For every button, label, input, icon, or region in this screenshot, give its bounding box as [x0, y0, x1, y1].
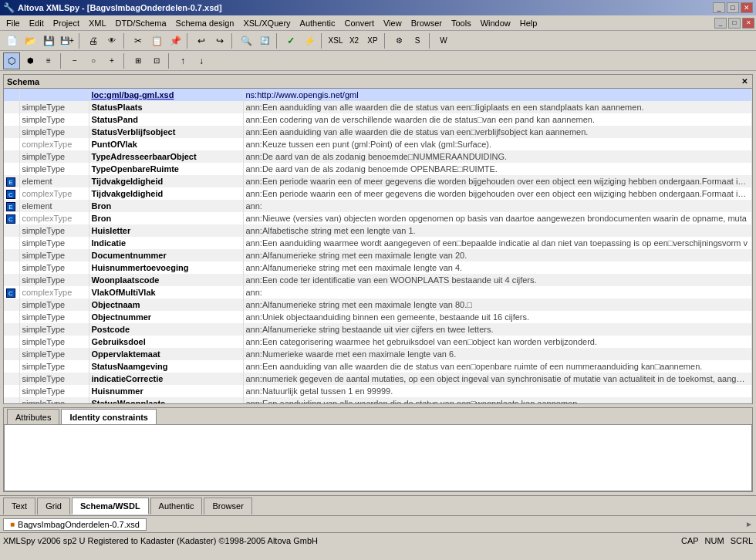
- tab-grid[interactable]: Grid: [37, 498, 70, 514]
- menu-dtd-schema[interactable]: DTD/Schema: [111, 17, 171, 29]
- table-row[interactable]: EelementTijdvakgeldigheidann:Een periode…: [4, 175, 752, 187]
- tab-identity-constraints[interactable]: Identity constraints: [61, 409, 156, 424]
- table-row[interactable]: simpleTypeObjectnummerann:Uniek objectaa…: [4, 311, 752, 323]
- table-row[interactable]: simpleTypeStatusPandann:Een codering van…: [4, 113, 752, 126]
- replace-button[interactable]: 🔄: [256, 32, 273, 49]
- undo-button[interactable]: ↩: [193, 32, 210, 49]
- row-name: Objectnummer: [89, 311, 243, 323]
- row-icon: [4, 138, 19, 150]
- menu-xsl-xquery[interactable]: XSL/XQuery: [238, 17, 295, 29]
- menu-window[interactable]: Window: [476, 17, 515, 29]
- table-row[interactable]: simpleTypeIndicatieann:Een aanduiding wa…: [4, 237, 752, 249]
- menu-file[interactable]: File: [2, 17, 25, 29]
- table-row[interactable]: complexTypePuntOfVlakann:Keuze tussen ee…: [4, 138, 752, 150]
- tab-browser[interactable]: Browser: [204, 498, 251, 514]
- maximize-button[interactable]: □: [727, 2, 739, 13]
- paste-button[interactable]: 📌: [167, 32, 184, 49]
- table-row[interactable]: EelementBronann:: [4, 200, 752, 212]
- attribute-view-button[interactable]: ≡: [40, 52, 57, 69]
- new-button[interactable]: 📄: [3, 32, 20, 49]
- validate-button[interactable]: ✓: [282, 32, 299, 49]
- table-row[interactable]: simpleTypeTypeOpenbareRuimteann:De aard …: [4, 163, 752, 175]
- tab-attributes[interactable]: Attributes: [7, 409, 59, 424]
- menu-edit[interactable]: Edit: [25, 17, 49, 29]
- row-annotation: ann:numeriek gegeven de aantal mutaties,…: [243, 373, 752, 385]
- schema-view-button[interactable]: ⬡: [3, 52, 20, 69]
- row-name: Huisnummer: [89, 385, 243, 397]
- table-row[interactable]: CcomplexTypeBronann:Nieuwe (versies van)…: [4, 212, 752, 224]
- open-button[interactable]: 📂: [22, 32, 39, 49]
- check-wf-button[interactable]: ⚡: [301, 32, 318, 49]
- view-tabs: Text Grid Schema/WSDL Authentic Browser: [0, 495, 756, 515]
- panel-minimize-button[interactable]: _: [714, 18, 727, 29]
- redo-button[interactable]: ↪: [211, 32, 228, 49]
- xslt2-button[interactable]: X2: [346, 32, 363, 49]
- print-button[interactable]: 🖨: [85, 32, 102, 49]
- menu-project[interactable]: Project: [49, 17, 84, 29]
- find-button[interactable]: 🔍: [238, 32, 255, 49]
- table-row[interactable]: simpleTypeStatusPlaatsann:Een aanduiding…: [4, 101, 752, 113]
- table-row[interactable]: simpleTypeHuisnummerann:Natuurlijk getal…: [4, 385, 752, 397]
- table-row[interactable]: simpleTypeDocumentnummerann:Alfanumeriek…: [4, 249, 752, 261]
- table-row[interactable]: simpleTypeStatusNaamgevingann:Een aandui…: [4, 360, 752, 373]
- content-model-button[interactable]: ⬢: [22, 52, 39, 69]
- schema-panel-close[interactable]: ✕: [740, 77, 749, 86]
- table-row[interactable]: simpleTypeWoonplaatscodeann:Een code ter…: [4, 274, 752, 286]
- save-button[interactable]: 💾: [40, 32, 57, 49]
- move-down-button[interactable]: ↓: [193, 52, 210, 69]
- panel-restore-button[interactable]: □: [728, 18, 741, 29]
- menu-xml[interactable]: XML: [84, 17, 111, 29]
- schema-table-container[interactable]: loc:gml/bag-gml.xsdns:http://www.opengis…: [4, 89, 752, 403]
- save-all-button[interactable]: 💾+: [59, 32, 76, 49]
- table-row[interactable]: simpleTypeStatusWoonplaatsann:Een aandui…: [4, 397, 752, 403]
- copy-button[interactable]: 📋: [148, 32, 165, 49]
- table-row[interactable]: simpleTypeObjectnaamann:Alfanumerieke st…: [4, 299, 752, 311]
- xslt-button[interactable]: XSL: [327, 32, 344, 49]
- cut-button[interactable]: ✂: [130, 32, 147, 49]
- table-row[interactable]: CcomplexTypeTijdvakgeldigheidann:Een per…: [4, 187, 752, 200]
- row-name: PuntOfVlak: [89, 138, 243, 150]
- zoom-normal-button[interactable]: ○: [85, 52, 102, 69]
- generate-button[interactable]: ⚙: [390, 32, 407, 49]
- row-icon: C: [4, 286, 19, 299]
- table-row[interactable]: loc:gml/bag-gml.xsdns:http://www.opengis…: [4, 89, 752, 101]
- menu-authentic[interactable]: Authentic: [295, 17, 340, 29]
- move-up-button[interactable]: ↑: [174, 52, 191, 69]
- table-row[interactable]: simpleTypeindicatieCorrectieann:numeriek…: [4, 373, 752, 385]
- wsdl-button[interactable]: W: [435, 32, 452, 49]
- menu-tools[interactable]: Tools: [447, 17, 476, 29]
- row-annotation: ann:Een periode waarin een of meer gegev…: [243, 175, 752, 187]
- tab-authentic[interactable]: Authentic: [150, 498, 203, 514]
- layout-button[interactable]: ⊞: [130, 52, 147, 69]
- row-annotation: ann:Een aanduiding van alle waarden die …: [243, 101, 752, 113]
- table-row[interactable]: simpleTypePostcodeann:Alfanumerieke stri…: [4, 323, 752, 336]
- tab-text[interactable]: Text: [3, 498, 35, 514]
- table-row[interactable]: CcomplexTypeVlakOfMultiVlakann:: [4, 286, 752, 299]
- print-preview-button[interactable]: 👁: [103, 32, 120, 49]
- menu-view[interactable]: View: [379, 17, 407, 29]
- zoom-out-button[interactable]: −: [66, 52, 83, 69]
- table-row[interactable]: simpleTypeTypeAdresseerbaarObjectann:De …: [4, 150, 752, 163]
- menu-convert[interactable]: Convert: [339, 17, 379, 29]
- table-row[interactable]: simpleTypeOppervlaktemaatann:Numerieke w…: [4, 348, 752, 360]
- fit-button[interactable]: ⊡: [148, 52, 165, 69]
- table-row[interactable]: simpleTypeGebruiksdoelann:Een categorise…: [4, 336, 752, 348]
- menu-schema-design[interactable]: Schema design: [171, 17, 239, 29]
- table-row[interactable]: simpleTypeHuisnummertoevoegingann:Alfanu…: [4, 261, 752, 274]
- minimize-button[interactable]: _: [713, 2, 725, 13]
- panel-close-button[interactable]: ✕: [742, 18, 754, 29]
- close-button[interactable]: ✕: [741, 2, 753, 13]
- row-name: Documentnummer: [89, 249, 243, 261]
- schema-button[interactable]: S: [409, 32, 426, 49]
- menu-help[interactable]: Help: [515, 17, 542, 29]
- xpath-button[interactable]: XP: [364, 32, 381, 49]
- zoom-in-button[interactable]: +: [103, 52, 120, 69]
- tab-schema-wsdl[interactable]: Schema/WSDL: [72, 498, 149, 514]
- table-row[interactable]: simpleTypeStatusVerblijfsobjectann:Een a…: [4, 126, 752, 138]
- file-tab[interactable]: ■ BagvsImbagOnderdelen-0.7.xsd: [3, 518, 147, 531]
- menu-browser[interactable]: Browser: [407, 17, 447, 29]
- table-row[interactable]: simpleTypeHuisletterann:Alfabetische str…: [4, 224, 752, 237]
- row-annotation: ann:Een code ter identificatie van een W…: [243, 274, 752, 286]
- row-annotation: ann:De aard van de als zodanig benoemde …: [243, 163, 752, 175]
- scroll-right-button[interactable]: ►: [745, 520, 753, 528]
